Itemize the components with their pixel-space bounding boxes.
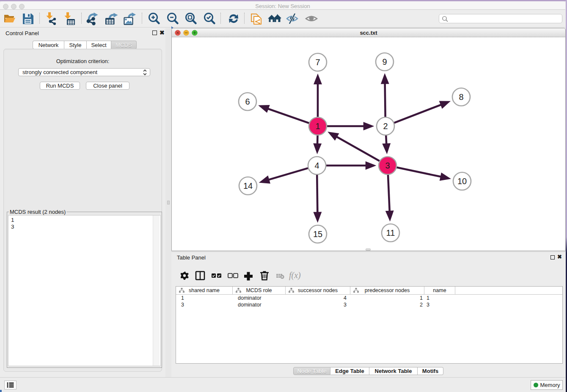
svg-text:7: 7	[315, 58, 320, 67]
svg-text:2: 2	[383, 121, 388, 131]
svg-text:6: 6	[245, 97, 250, 106]
svg-text:14: 14	[243, 181, 253, 190]
svg-text:10: 10	[457, 177, 467, 186]
svg-text:15: 15	[313, 229, 322, 239]
svg-text:11: 11	[386, 228, 395, 237]
svg-text:4: 4	[314, 161, 319, 170]
svg-text:8: 8	[459, 92, 463, 102]
svg-text:3: 3	[385, 161, 390, 170]
svg-text:f(x): f(x)	[289, 271, 301, 280]
svg-text:9: 9	[382, 57, 387, 66]
svg-text:1: 1	[315, 121, 320, 131]
